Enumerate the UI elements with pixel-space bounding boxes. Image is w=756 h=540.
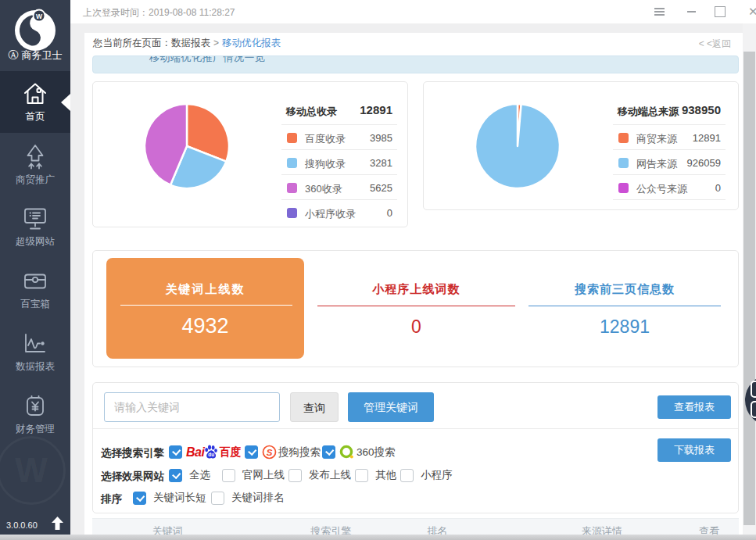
site-option[interactable]: 官网上线 xyxy=(222,468,285,482)
version-row: 3.0.0.60 xyxy=(0,516,70,535)
yin-yang-logo-icon: W xyxy=(12,7,59,54)
site-option[interactable]: 小程序 xyxy=(400,468,453,482)
site-option[interactable]: 发布上线 xyxy=(288,468,351,482)
breadcrumb-current[interactable]: 移动优化报表 xyxy=(222,38,281,48)
mobile-source-legend: 移动端总来源 938950 商贸来源 12891 网告来源 926059 公众号… xyxy=(613,82,726,200)
download-report-button[interactable]: 下载报表 xyxy=(657,438,731,462)
brand-watermark: W xyxy=(0,436,66,505)
close-icon[interactable]: ✕ xyxy=(748,0,756,23)
legend-value: 5625 xyxy=(370,182,392,194)
maximize-icon[interactable] xyxy=(715,0,726,23)
legend-label: 360收录 xyxy=(305,182,342,196)
sidebar-item-home[interactable]: 首页 xyxy=(0,71,70,133)
mobile-source-card: 移动端总来源 938950 商贸来源 12891 网告来源 926059 公众号… xyxy=(423,81,739,210)
sidebar-item-website[interactable]: 超级网站 xyxy=(0,196,70,258)
miniprogram-checkbox[interactable] xyxy=(400,469,414,482)
vertical-scrollbar[interactable] xyxy=(743,23,756,540)
baidu-paw-icon: du xyxy=(204,445,218,460)
sogou-logo: S 搜狗搜索 xyxy=(262,445,321,460)
legend-swatch xyxy=(618,183,629,193)
keyword-filter-card: 查询 管理关键词 查看报表 下载报表 选择搜索引擎 Bai xyxy=(92,382,739,513)
minimize-icon[interactable] xyxy=(687,0,696,23)
sidebar-item-label: 商贸推广 xyxy=(0,173,70,187)
official-site-checkbox[interactable] xyxy=(222,469,235,482)
legend-swatch xyxy=(287,183,297,193)
filter-divider xyxy=(93,428,738,429)
legend-value: 926059 xyxy=(687,157,721,169)
query-button[interactable]: 查询 xyxy=(290,392,339,422)
mobile-index-card: 移动总收录 12891 百度收录 3985 搜狗收录 3281 360收录 56… xyxy=(92,81,408,227)
sidebar-item-reports[interactable]: 数据报表 xyxy=(0,321,70,383)
legend-total: 938950 xyxy=(682,103,721,116)
engine-option-baidu[interactable]: Bai du 百度 xyxy=(169,445,241,460)
engine-option-360[interactable]: 360搜索 xyxy=(322,445,396,460)
sidebar-item-label: 首页 xyxy=(0,110,70,123)
sogou-icon: S xyxy=(262,445,277,460)
floating-widget-icon xyxy=(751,381,756,398)
site-option[interactable]: 全选 xyxy=(169,468,210,482)
last-login-label: 上次登录时间：2019-08-08 11:28:27 xyxy=(83,6,235,20)
engine-option-sogou[interactable]: S 搜狗搜索 xyxy=(245,445,321,460)
window-bottom-edge xyxy=(0,535,756,540)
svg-text:du: du xyxy=(209,452,215,457)
keyword-input[interactable] xyxy=(104,392,280,422)
legend-swatch xyxy=(618,133,629,143)
sort-option[interactable]: 关键词排名 xyxy=(211,491,285,505)
site-option[interactable]: 其他 xyxy=(355,468,396,482)
legend-value: 0 xyxy=(387,207,392,219)
manage-keywords-button[interactable]: 管理关键词 xyxy=(348,392,434,422)
back-link[interactable]: < <返回 xyxy=(699,38,731,51)
stat-keywords-online: 关键词上线数 4932 xyxy=(106,258,304,359)
breadcrumb: 您当前所在页面：数据报表>移动优化报表 < <返回 xyxy=(84,33,743,50)
search360-icon xyxy=(339,445,354,460)
version-label: 3.0.0.60 xyxy=(6,520,38,530)
sidebar-item-toolbox[interactable]: 百宝箱 xyxy=(0,259,70,320)
legend-title: 移动端总来源 xyxy=(618,105,679,119)
view-report-button[interactable]: 查看报表 xyxy=(657,395,731,419)
sidebar-item-label: 数据报表 xyxy=(0,360,70,374)
engine-row-label: 选择搜索引擎 xyxy=(101,446,164,460)
brand-name: Ⓐ商务卫士 xyxy=(0,48,70,63)
menu-icon[interactable] xyxy=(654,0,665,23)
legend-label: 商贸来源 xyxy=(636,132,677,146)
breadcrumb-separator: > xyxy=(210,38,222,48)
legend-swatch xyxy=(287,208,297,218)
sort-option[interactable]: 关键词长短 xyxy=(133,491,206,505)
legend-row: 公众号来源 0 xyxy=(613,175,726,200)
update-arrow-icon[interactable] xyxy=(51,516,64,531)
stat-divider xyxy=(528,306,721,306)
keyword-rank-checkbox[interactable] xyxy=(211,492,224,505)
stat-title: 搜索前三页信息数 xyxy=(528,282,721,297)
stat-value: 0 xyxy=(317,316,515,338)
stat-value: 12891 xyxy=(528,316,721,338)
stat-divider xyxy=(317,306,515,306)
finance-icon xyxy=(0,393,70,420)
search360-checkbox[interactable] xyxy=(322,445,335,459)
legend-label: 小程序收录 xyxy=(305,207,356,221)
legend-total: 12891 xyxy=(360,103,392,116)
legend-label: 公众号来源 xyxy=(636,182,687,196)
select-all-checkbox[interactable] xyxy=(169,469,182,482)
toolbox-icon xyxy=(0,268,70,295)
sogou-checkbox[interactable] xyxy=(245,445,258,459)
legend-value: 3985 xyxy=(370,132,392,144)
stat-divider xyxy=(120,305,292,306)
legend-value: 0 xyxy=(715,182,721,194)
other-checkbox[interactable] xyxy=(355,469,368,482)
sidebar-item-promotion[interactable]: 商贸推广 xyxy=(0,134,70,196)
home-icon xyxy=(0,80,70,107)
legend-swatch xyxy=(287,133,297,143)
legend-row: 360收录 5625 xyxy=(281,175,397,200)
keyword-length-checkbox[interactable] xyxy=(133,492,146,505)
stat-value: 4932 xyxy=(106,314,304,338)
content-panel: 您当前所在页面：数据报表>移动优化报表 < <返回 移动端优化推广情况一览 移动… xyxy=(84,33,743,540)
publish-online-checkbox[interactable] xyxy=(288,469,302,482)
scrollbar-thumb[interactable] xyxy=(743,52,755,525)
app-window: W Ⓐ商务卫士 首页 xyxy=(0,0,756,540)
legend-label: 搜狗收录 xyxy=(305,157,346,171)
baidu-checkbox[interactable] xyxy=(169,445,182,459)
stats-band: 关键词上线数 4932 小程序上线词数 0 搜索前三页信息数 12891 xyxy=(92,250,739,367)
sidebar: W Ⓐ商务卫士 首页 xyxy=(0,0,70,535)
active-item-caret xyxy=(61,94,70,111)
notice-strip: 移动端优化推广情况一览 xyxy=(92,55,739,73)
